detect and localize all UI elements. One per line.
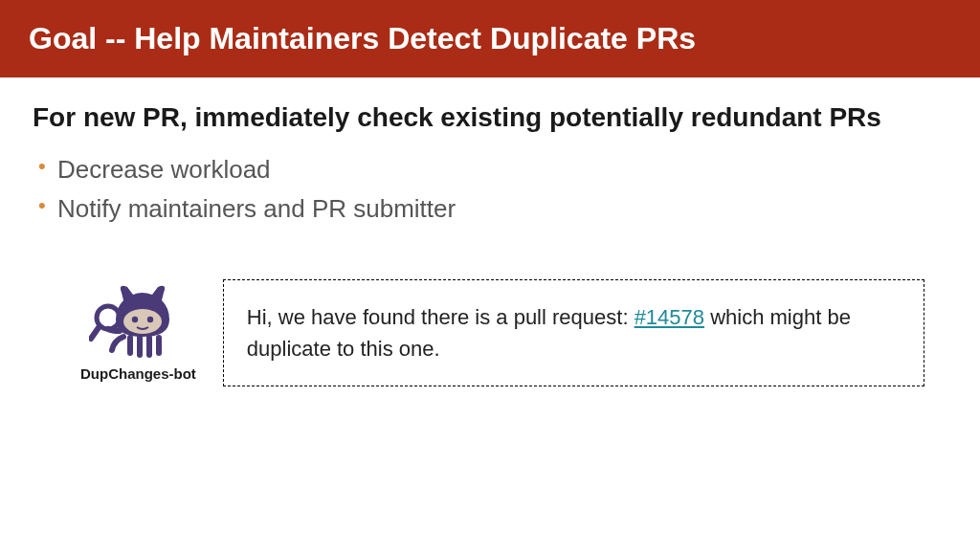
bot-message-box: Hi, we have found there is a pull reques… (223, 279, 924, 386)
svg-point-1 (132, 317, 138, 322)
svg-rect-4 (137, 335, 143, 358)
octocat-magnifier-icon (89, 283, 187, 362)
svg-point-0 (123, 309, 162, 334)
slide-title: Goal -- Help Maintainers Detect Duplicat… (29, 21, 696, 55)
bot-label: DupChanges-bot (80, 365, 196, 382)
svg-rect-5 (146, 335, 152, 358)
bot-figure: DupChanges-bot (80, 283, 196, 382)
svg-rect-6 (156, 335, 162, 356)
slide-content: For new PR, immediately check existing p… (0, 77, 980, 386)
bullet-item: Decrease workload (34, 150, 947, 188)
svg-rect-3 (127, 335, 133, 356)
bot-message-prefix: Hi, we have found there is a pull reques… (247, 305, 635, 329)
svg-line-9 (91, 326, 100, 339)
svg-point-8 (100, 310, 116, 325)
bullet-item: Notify maintainers and PR submitter (34, 189, 947, 228)
svg-point-2 (147, 317, 153, 322)
slide-title-bar: Goal -- Help Maintainers Detect Duplicat… (0, 0, 980, 77)
bullet-list: Decrease workload Notify maintainers and… (34, 150, 947, 228)
pr-link[interactable]: #14578 (635, 305, 704, 329)
bot-comment-area: DupChanges-bot Hi, we have found there i… (33, 279, 947, 386)
slide-subtitle: For new PR, immediately check existing p… (33, 100, 947, 135)
